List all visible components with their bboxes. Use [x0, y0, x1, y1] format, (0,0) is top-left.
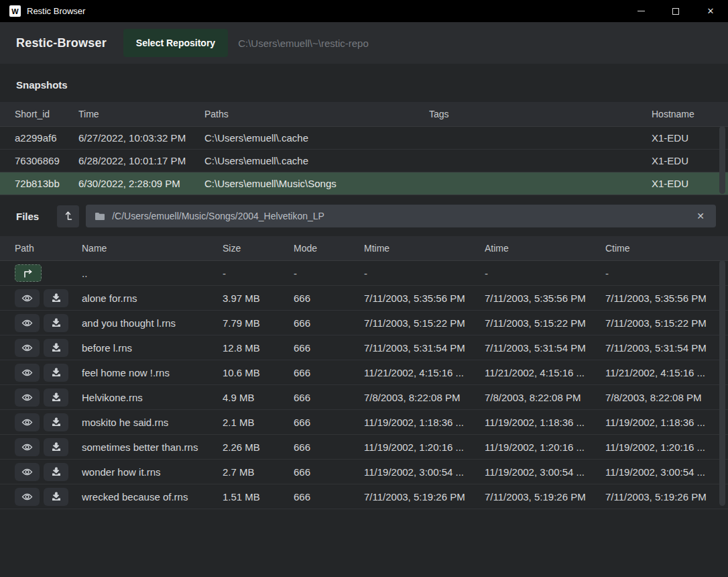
eye-icon [21, 418, 33, 427]
col-path: Path [15, 243, 82, 254]
file-size: 4.9 MB [223, 392, 294, 403]
file-row[interactable]: before l.rns 12.8 MB 666 7/11/2003, 5:31… [0, 335, 728, 360]
files-path-input[interactable]: /C/Users/emuell/Music/Songs/2004_Helveti… [86, 205, 716, 227]
download-icon [52, 293, 61, 303]
download-file-button[interactable] [44, 438, 68, 456]
file-name: wrecked because of.rns [82, 491, 223, 503]
preview-file-button[interactable] [15, 388, 40, 407]
file-mtime: 11/19/2002, 1:20:16 ... [364, 441, 485, 453]
folder-icon [95, 212, 105, 221]
snapshot-hostname: X1-EDU [652, 132, 712, 144]
col-mode: Mode [294, 243, 364, 254]
file-atime: 7/11/2003, 5:19:26 PM [485, 491, 605, 503]
snapshot-time: 6/27/2022, 10:03:32 PM [78, 132, 204, 144]
files-scrollbar[interactable] [719, 260, 725, 506]
file-size: 7.79 MB [223, 317, 294, 329]
file-ctime: 11/19/2002, 1:18:36 ... [605, 417, 712, 428]
download-file-button[interactable] [44, 289, 68, 307]
parent-directory-row[interactable]: .. - - - - - [0, 261, 728, 286]
files-bar: Files /C/Users/emuell/Music/Songs/2004_H… [0, 204, 728, 228]
download-file-button[interactable] [44, 364, 68, 382]
file-mode: 666 [294, 441, 364, 453]
col-name: Name [82, 243, 223, 254]
file-row[interactable]: moskito he said.rns 2.1 MB 666 11/19/200… [0, 410, 728, 435]
snapshot-short-id: a2299af6 [15, 132, 78, 144]
app-header: Restic-Browser Select Repository C:\User… [0, 22, 728, 64]
file-row[interactable]: sometimes better than.rns 2.26 MB 666 11… [0, 435, 728, 460]
snapshot-row[interactable]: a2299af6 6/27/2022, 10:03:32 PM C:\Users… [0, 127, 728, 150]
download-file-button[interactable] [44, 413, 68, 431]
eye-icon [21, 443, 33, 452]
file-row[interactable]: wonder how it.rns 2.7 MB 666 11/19/2002,… [0, 460, 728, 484]
download-file-button[interactable] [44, 388, 68, 407]
close-button[interactable]: ✕ [693, 0, 728, 22]
file-row[interactable]: alone for.rns 3.97 MB 666 7/11/2003, 5:3… [0, 286, 728, 311]
snapshot-row-selected[interactable]: 72b813bb 6/30/2022, 2:28:09 PM C:\Users\… [0, 172, 728, 195]
eye-icon [21, 319, 33, 327]
file-atime: 7/8/2003, 8:22:08 PM [485, 392, 605, 403]
file-name: .. [82, 268, 223, 279]
download-file-button[interactable] [44, 488, 68, 506]
snapshot-time: 6/30/2022, 2:28:09 PM [78, 178, 204, 189]
file-size: - [223, 268, 294, 279]
preview-file-button[interactable] [15, 438, 40, 456]
preview-file-button[interactable] [15, 463, 40, 481]
snapshots-table-header: Short_id Time Paths Tags Hostname [0, 102, 728, 127]
col-time: Time [78, 109, 204, 119]
file-row[interactable]: wrecked because of.rns 1.51 MB 666 7/11/… [0, 484, 728, 509]
file-name: alone for.rns [82, 293, 223, 304]
preview-file-button[interactable] [15, 413, 40, 431]
file-mtime: 7/11/2003, 5:19:26 PM [364, 491, 485, 503]
file-row[interactable]: and you thought l.rns 7.79 MB 666 7/11/2… [0, 311, 728, 335]
file-mtime: 11/19/2002, 3:00:54 ... [364, 466, 485, 478]
file-mtime: 7/11/2003, 5:15:22 PM [364, 317, 485, 329]
preview-file-button[interactable] [15, 488, 40, 506]
download-file-button[interactable] [44, 463, 68, 481]
preview-file-button[interactable] [15, 289, 40, 307]
snapshots-scrollbar[interactable] [719, 126, 725, 194]
download-icon [52, 368, 61, 377]
download-file-button[interactable] [44, 339, 68, 357]
file-ctime: 7/11/2003, 5:15:22 PM [605, 317, 712, 329]
file-atime: 7/11/2003, 5:15:22 PM [485, 317, 605, 329]
file-mode: 666 [294, 392, 364, 403]
file-size: 2.7 MB [223, 466, 294, 478]
file-atime: 7/11/2003, 5:31:54 PM [485, 342, 605, 354]
file-mtime: 7/11/2003, 5:35:56 PM [364, 293, 485, 304]
file-name: Helvikone.rns [82, 392, 223, 403]
download-file-button[interactable] [44, 314, 68, 332]
level-up-icon [64, 211, 73, 221]
preview-file-button[interactable] [15, 364, 40, 382]
eye-icon [21, 468, 33, 476]
file-ctime: 7/8/2003, 8:22:08 PM [605, 392, 712, 403]
download-icon [52, 343, 61, 352]
file-mtime: 11/19/2002, 1:18:36 ... [364, 417, 485, 428]
snapshots-table: a2299af6 6/27/2022, 10:03:32 PM C:\Users… [0, 127, 728, 195]
preview-file-button[interactable] [15, 314, 40, 332]
file-atime: - [485, 268, 605, 279]
minimize-button[interactable] [623, 0, 658, 22]
level-up-button[interactable] [57, 205, 79, 227]
download-icon [52, 492, 61, 501]
file-mode: 666 [294, 491, 364, 503]
snapshot-paths: C:\Users\emuell\.cache [204, 155, 429, 166]
snapshot-row[interactable]: 76306869 6/28/2022, 10:01:17 PM C:\Users… [0, 150, 728, 172]
col-paths: Paths [204, 109, 429, 119]
maximize-button[interactable] [658, 0, 693, 22]
file-mode: 666 [294, 317, 364, 329]
file-size: 10.6 MB [223, 367, 294, 378]
col-short-id: Short_id [15, 109, 78, 119]
snapshot-hostname: X1-EDU [652, 178, 712, 189]
select-repository-button[interactable]: Select Repository [123, 29, 228, 57]
file-row[interactable]: Helvikone.rns 4.9 MB 666 7/8/2003, 8:22:… [0, 385, 728, 410]
file-ctime: 11/19/2002, 3:00:54 ... [605, 466, 712, 478]
preview-file-button[interactable] [15, 339, 40, 357]
file-row[interactable]: feel home now !.rns 10.6 MB 666 11/21/20… [0, 360, 728, 385]
file-ctime: 7/11/2003, 5:31:54 PM [605, 342, 712, 354]
download-icon [52, 467, 61, 476]
go-parent-button[interactable] [15, 264, 42, 282]
clear-path-button[interactable]: ✕ [694, 209, 707, 223]
clear-path-icon: ✕ [696, 211, 705, 221]
file-ctime: 11/19/2002, 1:20:16 ... [605, 441, 712, 453]
file-atime: 11/19/2002, 3:00:54 ... [485, 466, 605, 478]
